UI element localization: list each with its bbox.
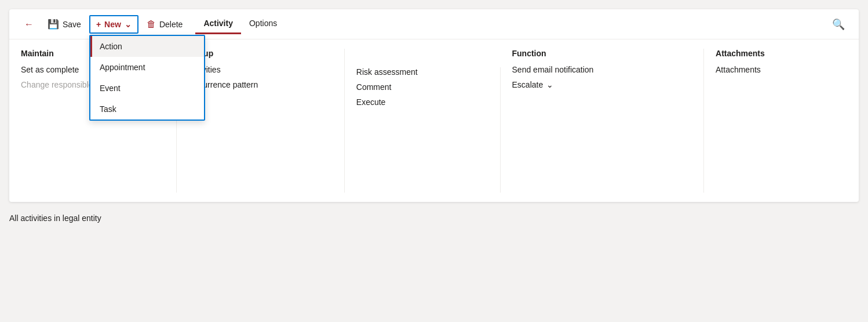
dropdown-task-label: Task bbox=[100, 104, 116, 114]
dropdown-item-event[interactable]: Event bbox=[90, 78, 204, 99]
footer-text: All activities in legal entity bbox=[9, 214, 101, 223]
delete-icon: 🗑 bbox=[147, 19, 156, 30]
plus-icon: + bbox=[96, 20, 101, 29]
new-button-wrapper: + New ⌄ Action Appointment Event Task bbox=[89, 15, 138, 34]
tab-options[interactable]: Options bbox=[241, 14, 285, 34]
tab-navigation: Activity Options bbox=[195, 14, 285, 34]
activities-item[interactable]: Activities bbox=[188, 65, 332, 74]
attachments-header: Attachments bbox=[716, 49, 836, 58]
dropdown-item-task[interactable]: Task bbox=[90, 99, 204, 120]
tab-activity-label: Activity bbox=[203, 19, 233, 28]
tab-options-label: Options bbox=[249, 19, 277, 28]
new-label: New bbox=[104, 20, 121, 29]
dropdown-event-label: Event bbox=[100, 84, 121, 93]
attachments-item[interactable]: Attachments bbox=[716, 65, 836, 74]
new-dropdown-menu: Action Appointment Event Task bbox=[89, 35, 205, 121]
search-icon: 🔍 bbox=[832, 19, 845, 30]
toolbar: ← 💾 Save + New ⌄ Action Appointment E bbox=[9, 9, 859, 39]
send-email-item[interactable]: Send email notification bbox=[512, 65, 692, 74]
escalate-chevron-icon: ⌄ bbox=[546, 80, 553, 89]
dropdown-action-label: Action bbox=[100, 42, 122, 51]
save-label: Save bbox=[63, 20, 81, 29]
delete-button[interactable]: 🗑 Delete bbox=[141, 16, 188, 33]
setup-header: Set up bbox=[188, 49, 332, 58]
execute-item[interactable]: Execute bbox=[356, 97, 488, 107]
save-button[interactable]: 💾 Save bbox=[42, 15, 87, 33]
escalate-item[interactable]: Escalate ⌄ bbox=[512, 80, 692, 89]
save-icon: 💾 bbox=[48, 19, 59, 30]
dropdown-appointment-label: Appointment bbox=[100, 63, 145, 72]
search-button[interactable]: 🔍 bbox=[827, 16, 849, 33]
function-header: Function bbox=[512, 49, 692, 58]
new-button[interactable]: + New ⌄ bbox=[89, 15, 138, 34]
back-icon: ← bbox=[24, 19, 34, 30]
recurrence-item[interactable]: Recurrence pattern bbox=[188, 80, 332, 89]
function-section: Function Send email notification Escalat… bbox=[501, 49, 705, 193]
footer: All activities in legal entity bbox=[0, 202, 868, 234]
dropdown-item-action[interactable]: Action bbox=[90, 36, 204, 57]
tab-activity[interactable]: Activity bbox=[195, 14, 241, 34]
main-card: ← 💾 Save + New ⌄ Action Appointment E bbox=[9, 9, 859, 202]
comment-item[interactable]: Comment bbox=[356, 82, 488, 92]
actions-section: Risk assessment Comment Execute bbox=[345, 67, 501, 193]
back-button[interactable]: ← bbox=[19, 16, 39, 33]
risk-assessment-item[interactable]: Risk assessment bbox=[356, 67, 488, 77]
chevron-down-icon: ⌄ bbox=[125, 20, 132, 29]
delete-label: Delete bbox=[159, 20, 183, 29]
dropdown-item-appointment[interactable]: Appointment bbox=[90, 57, 204, 78]
attachments-section: Attachments Attachments bbox=[704, 49, 847, 193]
